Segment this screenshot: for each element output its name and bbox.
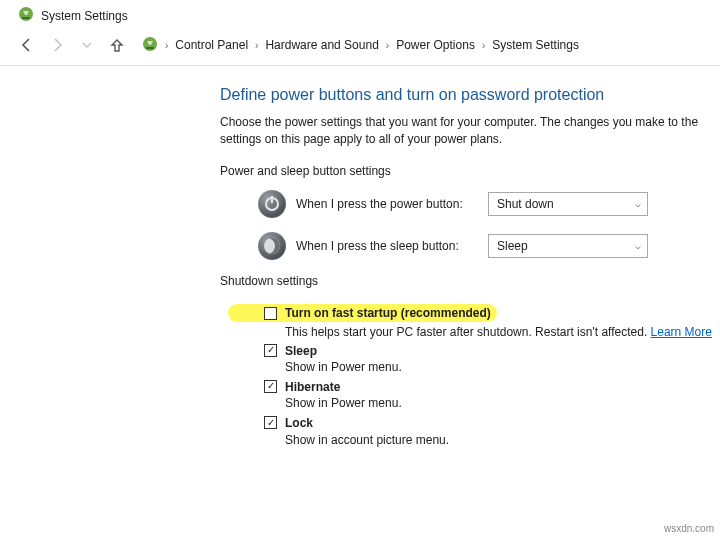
hibernate-sub: Show in Power menu. (285, 396, 402, 410)
lock-sub: Show in account picture menu. (285, 433, 449, 447)
power-options-icon (18, 6, 34, 25)
sleep-label: Sleep (285, 344, 317, 358)
breadcrumb-item[interactable]: Control Panel (175, 38, 248, 52)
shutdown-heading: Shutdown settings (220, 274, 720, 288)
dropdown-value: Shut down (497, 197, 554, 211)
button-settings-heading: Power and sleep button settings (220, 164, 720, 178)
sleep-button-dropdown[interactable]: Sleep ⌵ (488, 234, 648, 258)
navbar: › Control Panel › Hardware and Sound › P… (0, 29, 720, 66)
power-button-label: When I press the power button: (296, 197, 478, 211)
lock-row: Lock Show in account picture menu. (264, 415, 720, 447)
power-icon (258, 190, 286, 218)
hibernate-row: Hibernate Show in Power menu. (264, 379, 720, 411)
power-options-icon (142, 36, 158, 55)
power-button-dropdown[interactable]: Shut down ⌵ (488, 192, 648, 216)
breadcrumb-item[interactable]: Hardware and Sound (265, 38, 378, 52)
chevron-right-icon: › (163, 40, 170, 51)
power-button-row: When I press the power button: Shut down… (258, 190, 720, 218)
sleep-checkbox[interactable] (264, 344, 277, 357)
breadcrumb: › Control Panel › Hardware and Sound › P… (142, 36, 579, 55)
sleep-button-row: When I press the sleep button: Sleep ⌵ (258, 232, 720, 260)
chevron-right-icon: › (253, 40, 260, 51)
sleep-button-label: When I press the sleep button: (296, 239, 478, 253)
forward-button[interactable] (44, 33, 70, 57)
svg-rect-3 (146, 47, 154, 49)
sleep-sub: Show in Power menu. (285, 360, 402, 374)
back-button[interactable] (14, 33, 40, 57)
fast-startup-row: Turn on fast startup (recommended) (264, 300, 720, 323)
svg-rect-1 (22, 17, 30, 19)
breadcrumb-item[interactable]: System Settings (492, 38, 579, 52)
hibernate-checkbox[interactable] (264, 380, 277, 393)
lock-checkbox[interactable] (264, 416, 277, 429)
fast-startup-label: Turn on fast startup (recommended) (285, 306, 491, 320)
fast-startup-checkbox[interactable] (264, 307, 277, 320)
page-description: Choose the power settings that you want … (220, 114, 720, 148)
breadcrumb-item[interactable]: Power Options (396, 38, 475, 52)
learn-more-link[interactable]: Learn More (651, 325, 712, 339)
hibernate-label: Hibernate (285, 380, 340, 394)
chevron-down-icon: ⌵ (635, 198, 641, 209)
up-button[interactable] (104, 33, 130, 57)
sleep-row: Sleep Show in Power menu. (264, 343, 720, 375)
shutdown-settings: Shutdown settings Turn on fast startup (… (220, 274, 720, 448)
fast-startup-highlight: Turn on fast startup (recommended) (228, 304, 497, 322)
sleep-icon (258, 232, 286, 260)
page-title: Define power buttons and turn on passwor… (220, 86, 720, 104)
chevron-right-icon: › (480, 40, 487, 51)
fast-startup-sub: This helps start your PC faster after sh… (285, 325, 720, 339)
titlebar: System Settings (0, 0, 720, 29)
watermark: wsxdn.com (664, 523, 714, 534)
main-content: Define power buttons and turn on passwor… (0, 66, 720, 448)
lock-label: Lock (285, 416, 313, 430)
chevron-right-icon: › (384, 40, 391, 51)
window-title: System Settings (41, 9, 128, 23)
history-dropdown-icon[interactable] (74, 33, 100, 57)
chevron-down-icon: ⌵ (635, 240, 641, 251)
dropdown-value: Sleep (497, 239, 528, 253)
